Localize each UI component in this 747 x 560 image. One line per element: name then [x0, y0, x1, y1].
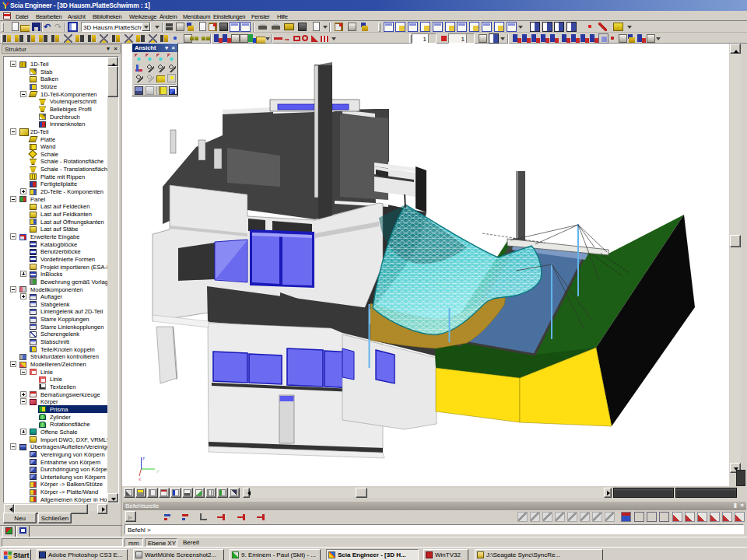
svg-text:x: x — [139, 477, 141, 481]
svg-text:z: z — [142, 456, 145, 460]
svg-text:y: y — [156, 468, 159, 473]
